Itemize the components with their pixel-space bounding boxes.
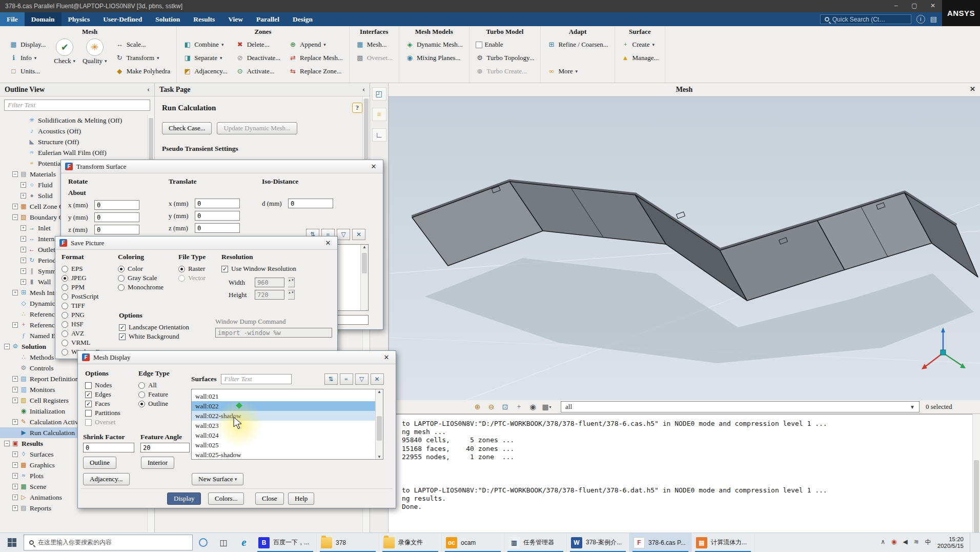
x-mm-input[interactable] xyxy=(94,200,139,210)
expand-plus-icon[interactable]: + xyxy=(21,279,26,285)
taskbar-app-fluent-app[interactable]: F378-6.cas P... xyxy=(629,533,692,552)
console[interactable]: to LAPTOP-LIOS0N8V:"D:/PTC-WORKBOOK/378/… xyxy=(389,414,980,533)
outline-button[interactable]: Outline xyxy=(83,457,116,469)
ribbon-delete-button[interactable]: ✖Delete... xyxy=(236,38,280,51)
checkbox-landscape-orientation[interactable]: ✓Landscape Orientation xyxy=(119,323,189,332)
expand-plus-icon[interactable]: + xyxy=(12,387,18,392)
mesh-viewport[interactable] xyxy=(389,96,980,400)
ribbon-refine-coarsen-button[interactable]: ⊞Refine / Coarsen... xyxy=(547,38,608,51)
radio-vector[interactable]: Vector xyxy=(178,273,206,283)
filter-select-button[interactable]: ▽ xyxy=(337,229,350,240)
tree-item-structure-off[interactable]: ◣Structure (Off) xyxy=(0,136,147,147)
enable-checkbox[interactable] xyxy=(476,42,482,48)
minimize-button[interactable]: – xyxy=(887,0,905,12)
close-button[interactable]: Close xyxy=(255,492,284,505)
collapse-panel-icon[interactable]: ‹ xyxy=(362,85,365,94)
ribbon-quality-button[interactable]: ✳Quality▾ xyxy=(83,38,107,77)
adjacency-button[interactable]: Adjacency... xyxy=(83,473,130,485)
expand-plus-icon[interactable]: + xyxy=(12,451,18,457)
console-scrollbar[interactable] xyxy=(972,414,980,533)
check-case-button[interactable]: Check Case... xyxy=(162,122,212,134)
window-dump-command-input[interactable] xyxy=(215,328,332,338)
sort-surfaces-button[interactable]: ⇅ xyxy=(324,373,338,385)
fit-view-button[interactable]: ⊡ xyxy=(498,401,512,412)
expand-plus-icon[interactable]: + xyxy=(12,376,18,382)
radio-hsf[interactable]: HSF xyxy=(62,320,112,329)
checkbox-faces[interactable]: ✓Faces xyxy=(85,399,120,408)
ribbon-deactivate-button[interactable]: ⊘Deactivate... xyxy=(236,52,280,64)
radio-feature[interactable]: Feature xyxy=(138,390,170,399)
layout-icon[interactable]: ▤ xyxy=(930,15,937,24)
ribbon-check-button[interactable]: ✔Check▾ xyxy=(54,38,75,77)
zoom-out-button[interactable]: ⊖ xyxy=(484,401,498,412)
interior-button[interactable]: Interior xyxy=(141,457,174,469)
tab-physics[interactable]: Physics xyxy=(62,12,97,26)
list-scrollbar[interactable]: ▲ xyxy=(360,245,368,310)
ribbon-manage-button[interactable]: ▲Manage... xyxy=(621,52,659,64)
checkbox-overset[interactable]: Overset xyxy=(85,418,120,427)
cortana-button[interactable] xyxy=(193,533,213,552)
expand-plus-icon[interactable]: + xyxy=(21,225,26,231)
ribbon-create-button[interactable]: +Create▾ xyxy=(621,38,659,51)
probe-button[interactable]: + xyxy=(512,401,526,412)
ribbon-enable-button[interactable]: Enable xyxy=(476,38,535,51)
expand-plus-icon[interactable]: + xyxy=(21,268,26,274)
colors-button[interactable]: Colors... xyxy=(208,492,244,505)
surface-select-combo[interactable]: all▼ xyxy=(561,401,920,412)
tab-design[interactable]: Design xyxy=(286,12,319,26)
ribbon-transform-button[interactable]: ↻Transform▾ xyxy=(115,52,171,64)
close-icon[interactable]: ✕ xyxy=(369,163,379,171)
surface-item-wall-021[interactable]: wall:021 xyxy=(192,391,375,401)
start-button[interactable] xyxy=(0,533,24,552)
radio-all[interactable]: All xyxy=(138,381,170,390)
checkbox-white-background[interactable]: ✓White Background xyxy=(119,332,189,341)
popout-view-button[interactable]: ◰ xyxy=(372,87,386,101)
z-mm-input[interactable] xyxy=(195,223,240,233)
shrink-factor-input[interactable] xyxy=(83,443,134,452)
display-button[interactable]: Display xyxy=(167,492,201,505)
ribbon-display-button[interactable]: ▦Display... xyxy=(9,38,46,51)
expand-plus-icon[interactable]: + xyxy=(21,247,26,252)
expand-minus-icon[interactable]: – xyxy=(12,171,18,177)
tree-item-acoustics-off[interactable]: ♪Acoustics (Off) xyxy=(0,126,147,136)
radio-outline[interactable]: Outline xyxy=(138,399,170,408)
close-button[interactable]: ✕ xyxy=(924,0,942,12)
transform-surface-titlebar[interactable]: F Transform Surface ✕ xyxy=(61,160,383,173)
radio-eps[interactable]: EPS xyxy=(62,264,112,273)
ribbon-replace-mesh-button[interactable]: ⇄Replace Mesh... xyxy=(289,52,343,64)
expand-plus-icon[interactable]: + xyxy=(21,193,26,199)
ribbon-overset-button[interactable]: ▩Overset... xyxy=(356,52,393,64)
radio-monochrome[interactable]: Monochrome xyxy=(118,283,164,292)
z-mm-input[interactable] xyxy=(94,225,139,234)
snapshot-button[interactable]: ◉ xyxy=(526,401,540,412)
checkbox-partitions[interactable]: Partitions xyxy=(85,408,120,418)
expand-plus-icon[interactable]: + xyxy=(12,398,18,403)
expand-plus-icon[interactable]: + xyxy=(12,473,18,479)
new-surface-button[interactable]: New Surface ▾ xyxy=(192,473,243,485)
surface-item-wall-022-shadow[interactable]: wall:022-shadow xyxy=(192,411,375,421)
tree-item-eulerian-wall-film-off[interactable]: ≈Eulerian Wall Film (Off) xyxy=(0,147,147,158)
record-icon[interactable]: ◉ xyxy=(891,538,896,547)
radio-png[interactable]: PNG xyxy=(62,310,112,320)
close-icon[interactable]: ✕ xyxy=(381,353,392,362)
surfaces-filter-input[interactable] xyxy=(221,374,292,384)
ime-indicator[interactable]: 中 xyxy=(925,538,931,547)
expand-plus-icon[interactable]: + xyxy=(12,462,18,468)
taskbar-app-word-document[interactable]: W378-案例介... xyxy=(567,533,629,552)
expand-minus-icon[interactable]: – xyxy=(4,441,10,446)
radio-ppm[interactable]: PPM xyxy=(62,283,112,292)
radio-postscript[interactable]: PostScript xyxy=(62,292,112,301)
update-dynamic-mesh-button[interactable]: Update Dynamic Mesh... xyxy=(217,122,297,134)
ribbon-adjacency-button[interactable]: ◩Adjacency... xyxy=(183,65,228,77)
list-scrollbar[interactable]: ▲▼ xyxy=(375,389,383,459)
maximize-button[interactable]: ▢ xyxy=(905,0,924,12)
expand-plus-icon[interactable]: + xyxy=(12,505,18,511)
width-input[interactable] xyxy=(255,278,284,287)
expand-plus-icon[interactable]: + xyxy=(12,419,18,425)
volume-icon[interactable]: ◀ xyxy=(903,538,908,547)
tab-view[interactable]: View xyxy=(221,12,250,26)
axes-button[interactable]: ∟ xyxy=(372,128,386,142)
ribbon-info-button[interactable]: ℹInfo▾ xyxy=(9,52,46,64)
ribbon-make-polyhedra-button[interactable]: ◆Make Polyhedra xyxy=(115,65,171,77)
ribbon-scale-button[interactable]: ↔Scale... xyxy=(115,38,171,51)
